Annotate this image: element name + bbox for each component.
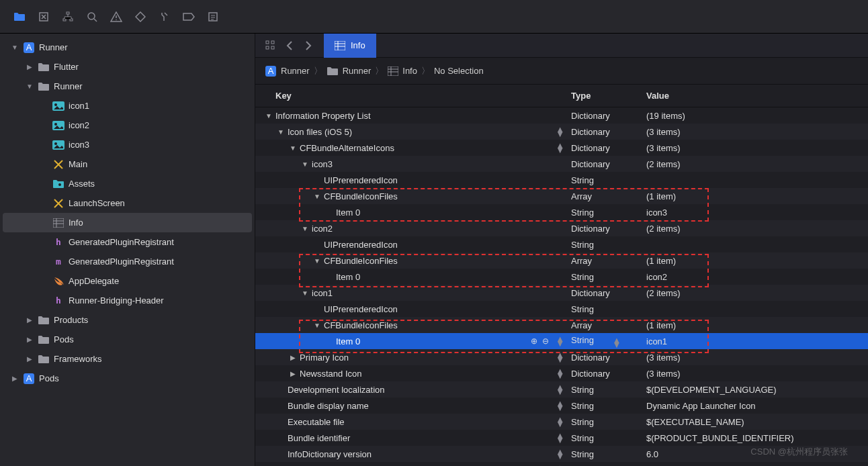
disclosure-icon[interactable]: ▶ bbox=[11, 375, 19, 382]
plist-row[interactable]: ▼CFBundleAlternateIcons▲▼Dictionary(3 it… bbox=[255, 140, 868, 156]
nav-back-icon[interactable] bbox=[282, 38, 297, 53]
disclosure-icon[interactable]: ▼ bbox=[301, 289, 309, 297]
plist-row[interactable]: Item 0⊕ ⊖▲▼String ▲▼icon1 bbox=[255, 333, 868, 349]
disclosure-icon[interactable]: ▼ bbox=[313, 322, 321, 329]
breakpoint-icon[interactable] bbox=[181, 9, 196, 24]
disclosure-icon[interactable]: ▼ bbox=[313, 257, 321, 265]
stepper-icon[interactable]: ▲▼ bbox=[556, 433, 564, 442]
plist-row[interactable]: UIPrerenderedIconString bbox=[255, 236, 868, 252]
plist-value[interactable]: Dynamic App Launcher Icon bbox=[646, 401, 868, 411]
type-stepper-icon[interactable]: ▲▼ bbox=[613, 338, 621, 347]
plist-row[interactable]: Item 0Stringicon3 bbox=[255, 204, 868, 220]
tab-info[interactable]: Info bbox=[324, 34, 376, 58]
sidebar-item-generatedpluginregistrant[interactable]: hGeneratedPluginRegistrant bbox=[3, 232, 252, 252]
plist-value[interactable]: (3 items) bbox=[646, 143, 868, 153]
disclosure-icon[interactable]: ▼ bbox=[301, 160, 309, 168]
disclosure-icon[interactable]: ▶ bbox=[26, 336, 34, 343]
breadcrumb-segment[interactable]: Info bbox=[402, 66, 417, 76]
source-control-icon[interactable] bbox=[36, 9, 51, 24]
sidebar-item-icon3[interactable]: icon3 bbox=[3, 135, 252, 154]
test-icon[interactable] bbox=[133, 9, 148, 24]
disclosure-icon[interactable]: ▶ bbox=[289, 354, 297, 361]
plist-row[interactable]: UIPrerenderedIconString bbox=[255, 172, 868, 188]
plist-row[interactable]: ▼icon1Dictionary(2 items) bbox=[255, 285, 868, 301]
disclosure-icon[interactable]: ▶ bbox=[26, 316, 34, 324]
plist-row[interactable]: ▶Newsstand Icon▲▼Dictionary(3 items) bbox=[255, 365, 868, 381]
search-icon[interactable] bbox=[85, 9, 99, 24]
sidebar-item-appdelegate[interactable]: AppDelegate bbox=[3, 271, 252, 291]
sidebar-item-pods[interactable]: ▶APods bbox=[3, 369, 252, 388]
plist-row[interactable]: Executable file▲▼String$(EXECUTABLE_NAME… bbox=[255, 414, 868, 430]
stepper-icon[interactable]: ▲▼ bbox=[556, 401, 564, 410]
disclosure-icon[interactable]: ▼ bbox=[265, 112, 273, 120]
sidebar-item-main[interactable]: Main bbox=[3, 154, 252, 174]
debug-icon[interactable] bbox=[157, 9, 172, 24]
plist-row[interactable]: UIPrerenderedIconString bbox=[255, 301, 868, 317]
disclosure-icon[interactable]: ▶ bbox=[289, 370, 297, 377]
add-remove-icon[interactable]: ⊕ ⊖ bbox=[531, 336, 550, 346]
sidebar-item-icon2[interactable]: icon2 bbox=[3, 115, 252, 135]
plist-value[interactable]: icon3 bbox=[646, 207, 868, 218]
disclosure-icon[interactable]: ▼ bbox=[289, 144, 297, 152]
sidebar-item-products[interactable]: ▶Products bbox=[3, 310, 252, 330]
plist-value[interactable]: (1 item) bbox=[646, 191, 868, 201]
plist-row[interactable]: ▼icon2Dictionary(2 items) bbox=[255, 220, 868, 236]
plist-value[interactable]: icon1 bbox=[646, 336, 868, 346]
breadcrumb[interactable]: ARunner〉Runner〉Info〉No Selection bbox=[255, 58, 868, 85]
plist-value[interactable]: (3 items) bbox=[646, 127, 868, 137]
stepper-icon[interactable]: ▲▼ bbox=[556, 127, 564, 136]
plist-row[interactable]: ▼Icon files (iOS 5)▲▼Dictionary(3 items) bbox=[255, 124, 868, 140]
disclosure-icon[interactable]: ▶ bbox=[26, 355, 34, 363]
column-key[interactable]: Key bbox=[255, 91, 571, 101]
plist-row[interactable]: ▼Information Property ListDictionary(19 … bbox=[255, 107, 868, 124]
plist-row[interactable]: Bundle identifier▲▼String$(PRODUCT_BUNDL… bbox=[255, 430, 868, 446]
stepper-icon[interactable]: ▲▼ bbox=[556, 449, 564, 459]
stepper-icon[interactable]: ▲▼ bbox=[556, 143, 564, 152]
sidebar-item-assets[interactable]: Assets bbox=[3, 174, 252, 193]
report-icon[interactable] bbox=[206, 9, 220, 24]
stepper-icon[interactable]: ▲▼ bbox=[556, 369, 564, 378]
plist-row[interactable]: Development localization▲▼String$(DEVELO… bbox=[255, 381, 868, 398]
stepper-icon[interactable]: ▲▼ bbox=[556, 353, 564, 362]
plist-value[interactable]: (2 items) bbox=[646, 159, 868, 169]
sidebar-item-runner[interactable]: ▼Runner bbox=[3, 77, 252, 96]
project-navigator[interactable]: ▼ARunner▶Flutter▼Runnericon1icon2icon3Ma… bbox=[0, 34, 255, 466]
sidebar-item-launchscreen[interactable]: LaunchScreen bbox=[3, 193, 252, 213]
plist-value[interactable]: $(PRODUCT_BUNDLE_IDENTIFIER) bbox=[646, 433, 868, 443]
plist-value[interactable]: (3 items) bbox=[646, 369, 868, 379]
sidebar-item-pods[interactable]: ▶Pods bbox=[3, 330, 252, 349]
sidebar-item-frameworks[interactable]: ▶Frameworks bbox=[3, 349, 252, 369]
nav-forward-icon[interactable] bbox=[301, 38, 316, 53]
sidebar-item-runner-bridging-header[interactable]: hRunner-Bridging-Header bbox=[3, 291, 252, 310]
plist-row[interactable]: ▶Primary Icon▲▼Dictionary(3 items) bbox=[255, 349, 868, 365]
warning-icon[interactable] bbox=[109, 9, 124, 24]
column-value[interactable]: Value bbox=[646, 91, 868, 101]
related-items-icon[interactable] bbox=[263, 38, 278, 53]
column-type[interactable]: Type bbox=[571, 91, 646, 101]
stepper-icon[interactable]: ▲▼ bbox=[556, 385, 564, 394]
breadcrumb-segment[interactable]: No Selection bbox=[434, 66, 484, 76]
breadcrumb-segment[interactable]: Runner bbox=[281, 66, 310, 76]
plist-row[interactable]: Bundle name▲▼Stringdynamic_app_launcher_… bbox=[255, 462, 868, 466]
disclosure-icon[interactable]: ▼ bbox=[26, 83, 34, 90]
disclosure-icon[interactable]: ▼ bbox=[313, 193, 321, 200]
sidebar-item-info[interactable]: Info bbox=[3, 213, 252, 232]
disclosure-icon[interactable]: ▼ bbox=[277, 128, 285, 136]
stepper-icon[interactable]: ▲▼ bbox=[556, 336, 564, 346]
plist-row[interactable]: ▼CFBundleIconFilesArray(1 item) bbox=[255, 188, 868, 204]
disclosure-icon[interactable]: ▶ bbox=[26, 63, 34, 71]
plist-row[interactable]: Item 0Stringicon2 bbox=[255, 269, 868, 285]
sidebar-item-generatedpluginregistrant[interactable]: mGeneratedPluginRegistrant bbox=[3, 252, 252, 271]
plist-row[interactable]: ▼CFBundleIconFilesArray(1 item) bbox=[255, 317, 868, 333]
plist-value[interactable]: (2 items) bbox=[646, 288, 868, 298]
plist-row[interactable]: ▼CFBundleIconFilesArray(1 item) bbox=[255, 252, 868, 269]
plist-value[interactable]: (3 items) bbox=[646, 353, 868, 363]
sidebar-item-icon1[interactable]: icon1 bbox=[3, 96, 252, 115]
hierarchy-icon[interactable] bbox=[60, 9, 75, 24]
sidebar-item-flutter[interactable]: ▶Flutter bbox=[3, 57, 252, 77]
disclosure-icon[interactable]: ▼ bbox=[301, 225, 309, 232]
plist-value[interactable]: $(EXECUTABLE_NAME) bbox=[646, 417, 868, 427]
plist-value[interactable]: (19 items) bbox=[646, 111, 868, 121]
stepper-icon[interactable]: ▲▼ bbox=[556, 417, 564, 426]
plist-value[interactable]: $(DEVELOPMENT_LANGUAGE) bbox=[646, 385, 868, 395]
